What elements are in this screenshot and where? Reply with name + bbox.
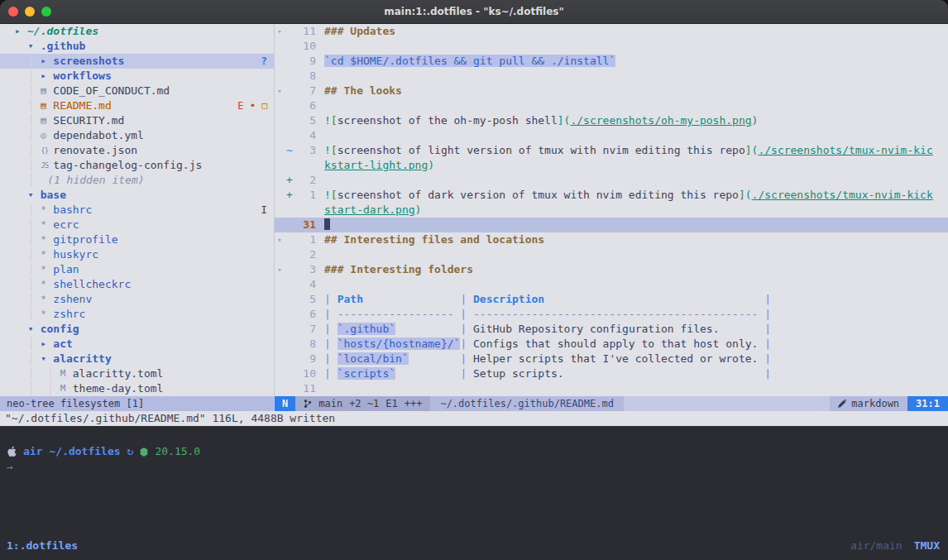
editor-line[interactable]: 9| `local/bin` | Helper scripts that I'v… — [275, 352, 948, 366]
indent-guide: │ — [15, 247, 41, 262]
tree-item-readme-md[interactable]: │ ▤README.mdE•□ — [0, 98, 274, 113]
editor-line[interactable]: +2 — [275, 173, 948, 188]
editor-line[interactable]: 2 — [275, 247, 948, 262]
editor-pane: ▾11### Updates109`cd $HOME/.dotfiles && … — [275, 24, 948, 411]
indent-guide: │ — [15, 54, 41, 69]
tree-item-ecrc[interactable]: │ *ecrc — [0, 218, 274, 232]
tmux-label: TMUX — [914, 538, 940, 553]
editor-line[interactable]: 6| ------------------ | ----------------… — [275, 307, 948, 322]
tmux-window-tab[interactable]: 1:.dotfiles — [7, 538, 78, 553]
editor-line[interactable]: ~3![screenshot of light version of tmux … — [275, 143, 948, 158]
editor-line[interactable]: +1![screenshot of dark version of tmux w… — [275, 188, 948, 203]
syntax-pipe: | — [764, 337, 771, 350]
tree-item-renovate-json[interactable]: │ {}renovate.json — [0, 143, 274, 158]
editor-line[interactable]: 9`cd $HOME/.dotfiles && git pull && ./in… — [275, 54, 948, 69]
line-number: 5 — [294, 113, 316, 128]
line-number: 4 — [294, 128, 316, 143]
tree-item-alacritty[interactable]: │ ▾alacritty — [0, 352, 274, 366]
syntax-txt: screenshot of light version of tmux with… — [338, 144, 745, 156]
editor-line[interactable]: 6 — [275, 98, 948, 113]
zoom-button[interactable] — [41, 7, 51, 17]
tree-item-zshrc[interactable]: │ *zshrc — [0, 307, 274, 322]
tree-item-dependabot-yml[interactable]: │ ◎dependabot.yml — [0, 128, 274, 143]
file-text-icon: ▤ — [41, 98, 53, 113]
line-text: ![screenshot of dark version of tmux wit… — [316, 188, 933, 203]
git-branch-icon — [304, 399, 312, 409]
editor-line[interactable]: 8 — [275, 69, 948, 84]
statusline-git-segment: main +2 ~1 E1 +++ — [295, 396, 430, 411]
tree-item-dotfiles[interactable]: ▸~/.dotfiles — [0, 24, 274, 39]
titlebar[interactable]: main:1:.dotfiles - "ks~/.dotfiles" — [0, 0, 948, 24]
editor-line[interactable]: 4 — [275, 277, 948, 292]
editor-line[interactable]: kstart-light.png) — [275, 158, 948, 173]
tree-item-act[interactable]: │ ▸act — [0, 337, 274, 352]
tree-item-label: shellcheckrc — [53, 277, 131, 292]
tree-item-base[interactable]: ▾base — [0, 188, 274, 203]
prompt-path: ~/.dotfiles — [49, 444, 120, 459]
terminal-window: main:1:.dotfiles - "ks~/.dotfiles" ▸~/.d… — [0, 0, 948, 560]
tree-item-theme-day-toml[interactable]: │ │ Mtheme-day.toml — [0, 381, 274, 396]
editor-line[interactable]: ▾3### Interesting folders — [275, 262, 948, 277]
node-version: 20.15.0 — [155, 444, 200, 459]
tree-item-code-of-conduct-md[interactable]: │ ▤CODE_OF_CONDUCT.md — [0, 84, 274, 98]
tree-item-1-hidden-item[interactable]: │ (1 hidden item) — [0, 173, 274, 188]
tree-item-plan[interactable]: │ *plan — [0, 262, 274, 277]
line-text: ![screenshot of light version of tmux wi… — [316, 143, 933, 158]
indent-guide: │ — [15, 292, 41, 307]
editor-line[interactable]: 5![screenshot of the oh-my-posh shell](.… — [275, 113, 948, 128]
indent-guide: │ — [15, 113, 41, 128]
tree-item-tag-changelog-config-js[interactable]: │ JStag-changelog-config.js — [0, 158, 274, 173]
syntax-txt — [363, 293, 460, 305]
line-text: | ------------------ | -----------------… — [316, 307, 771, 322]
tree-item-workflows[interactable]: │ ▸workflows — [0, 69, 274, 84]
syntax-pipe: | — [764, 323, 771, 335]
line-text: | `.github` | GitHub Repository configur… — [316, 322, 771, 337]
tree-item-label: SECURITY.md — [53, 113, 124, 128]
tree-item-gitprofile[interactable]: │ *gitprofile — [0, 232, 274, 247]
editor-line[interactable]: 10 — [275, 39, 948, 54]
editor-line[interactable]: 4 — [275, 128, 948, 143]
tree-item-config[interactable]: ▾config — [0, 322, 274, 337]
json-braces-icon: {} — [41, 143, 53, 158]
syntax-punct: ]( — [745, 144, 759, 156]
tree-item-huskyrc[interactable]: │ *huskyrc — [0, 247, 274, 262]
syntax-url: ./screenshots/oh-my-posh.png — [570, 114, 751, 127]
tree-item-security-md[interactable]: │ ▤SECURITY.md — [0, 113, 274, 128]
fold-arrow-icon: ▾ — [275, 262, 285, 277]
line-number: 8 — [294, 337, 316, 352]
syntax-code: `scripts` — [338, 367, 395, 380]
editor-line[interactable]: 10| `scripts` | Setup scripts. | — [275, 366, 948, 381]
node-hexagon-icon — [140, 448, 148, 457]
toml-icon: M — [60, 381, 73, 396]
line-text: `cd $HOME/.dotfiles && git pull && ./ins… — [316, 54, 615, 69]
git-changed-sign: ~ — [285, 143, 294, 158]
tree-item-alacritty-toml[interactable]: │ │ Malacritty.toml — [0, 366, 274, 381]
line-number: 1 — [294, 232, 316, 247]
minimize-button[interactable] — [25, 7, 35, 17]
editor-line[interactable]: 11 — [275, 381, 948, 396]
tree-item-zshenv[interactable]: │ *zshenv — [0, 292, 274, 307]
tree-item-github[interactable]: ▾.github — [0, 39, 274, 54]
tree-item-label: alacritty — [53, 352, 111, 366]
editor-line[interactable]: 8| `hosts/{hostname}/`| Configs that sho… — [275, 337, 948, 352]
nvim-pane: ▸~/.dotfiles ▾.github │ ▸screenshots? │ … — [0, 24, 948, 411]
syntax-pipe: | — [764, 352, 771, 365]
editor-line[interactable]: ▾1## Interesting files and locations — [275, 232, 948, 247]
editor-line[interactable]: ▾11### Updates — [275, 24, 948, 39]
tree-item-label: plan — [53, 262, 79, 277]
tree-item-label: theme-day.toml — [73, 381, 164, 396]
close-button[interactable] — [8, 7, 18, 17]
diagnostics-errors: E1 — [385, 396, 397, 411]
tree-item-screenshots[interactable]: │ ▸screenshots? — [0, 54, 274, 69]
shell-pane[interactable]: air ~/.dotfiles ↻ 20.15.0 → 1:.dotfiles … — [0, 426, 948, 560]
editor-line[interactable]: start-dark.png) — [275, 203, 948, 218]
tree-item-label: renovate.json — [53, 143, 137, 158]
editor-line[interactable]: 31 — [275, 218, 948, 232]
editor-line[interactable]: 7| `.github` | GitHub Repository configu… — [275, 322, 948, 337]
editor-line[interactable]: 5| Path | Description | — [275, 292, 948, 307]
editor-line[interactable]: ▾7## The looks — [275, 84, 948, 98]
indent-guide: │ — [15, 69, 41, 84]
tree-item-bashrc[interactable]: │ *bashrcI — [0, 203, 274, 218]
syntax-punct: ) — [752, 114, 759, 127]
tree-item-shellcheckrc[interactable]: │ *shellcheckrc — [0, 277, 274, 292]
